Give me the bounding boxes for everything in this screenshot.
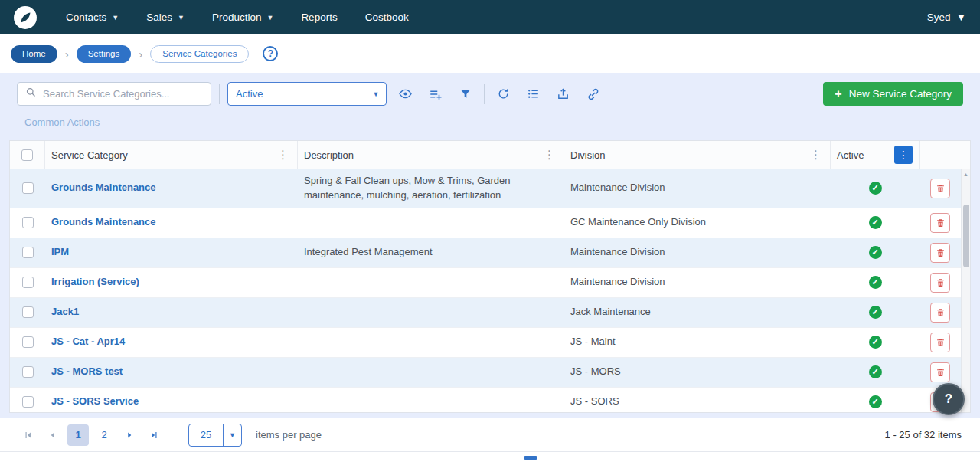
nav-item-costbook[interactable]: Costbook bbox=[365, 11, 409, 23]
help-fab-button[interactable]: ? bbox=[933, 383, 965, 415]
delete-button[interactable] bbox=[930, 362, 950, 382]
row-checkbox-cell bbox=[10, 298, 45, 327]
table-row: Irrigation (Service) Maintenance Divisio… bbox=[10, 268, 970, 298]
delete-button[interactable] bbox=[930, 179, 950, 198]
visibility-icon[interactable] bbox=[394, 83, 416, 105]
service-category-link[interactable]: JS - SORS Service bbox=[51, 395, 139, 409]
service-category-cell: JS - Cat - Apr14 bbox=[45, 328, 298, 357]
chevron-down-icon: ▼ bbox=[366, 83, 386, 105]
active-check-icon: ✓ bbox=[869, 246, 882, 259]
export-icon[interactable] bbox=[552, 83, 574, 105]
chevron-down-icon: ▼ bbox=[178, 14, 185, 21]
breadcrumb-settings[interactable]: Settings bbox=[77, 45, 132, 63]
service-category-link[interactable]: IPM bbox=[51, 245, 69, 260]
refresh-icon[interactable] bbox=[492, 83, 514, 105]
description-cell bbox=[298, 298, 564, 327]
delete-button[interactable] bbox=[930, 273, 950, 293]
user-menu[interactable]: Syed ▼ bbox=[927, 11, 966, 23]
chevron-down-icon: ▼ bbox=[956, 11, 966, 23]
delete-button[interactable] bbox=[930, 243, 950, 263]
actions-cell bbox=[920, 238, 961, 267]
manage-columns-icon[interactable] bbox=[424, 83, 446, 105]
column-menu-icon[interactable]: ⋮ bbox=[808, 148, 824, 162]
next-page-button[interactable] bbox=[119, 425, 139, 445]
row-checkbox[interactable] bbox=[22, 277, 34, 288]
search-input[interactable] bbox=[43, 88, 203, 100]
row-checkbox[interactable] bbox=[22, 247, 34, 258]
column-header-division: Division ⋮ bbox=[564, 141, 831, 169]
service-category-link[interactable]: JS - Cat - Apr14 bbox=[51, 335, 125, 349]
last-page-button[interactable] bbox=[144, 425, 164, 445]
service-category-link[interactable]: Grounds Maintenance bbox=[51, 181, 156, 195]
row-checkbox[interactable] bbox=[22, 306, 34, 318]
row-checkbox[interactable] bbox=[22, 217, 34, 228]
status-filter-select[interactable]: Active ▼ bbox=[227, 82, 387, 106]
service-category-link[interactable]: JS - MORS test bbox=[51, 365, 122, 379]
chevron-down-icon: ▼ bbox=[266, 14, 273, 21]
active-cell: ✓ bbox=[831, 328, 920, 357]
description-cell bbox=[298, 358, 564, 387]
row-checkbox-cell bbox=[10, 169, 45, 208]
service-category-link[interactable]: Grounds Maintenance bbox=[51, 215, 156, 230]
horizontal-scrollbar-thumb[interactable] bbox=[524, 456, 537, 460]
column-menu-icon-active[interactable]: ⋮ bbox=[894, 146, 913, 164]
breadcrumb-home[interactable]: Home bbox=[11, 45, 57, 63]
page-size-select[interactable]: 25 ▼ bbox=[188, 424, 242, 447]
column-header-actions bbox=[920, 141, 961, 169]
active-cell: ✓ bbox=[831, 238, 920, 267]
list-view-icon[interactable] bbox=[522, 83, 544, 105]
first-page-button[interactable] bbox=[18, 425, 38, 445]
page-number-1[interactable]: 1 bbox=[67, 424, 89, 446]
scroll-up-icon[interactable]: ▲ bbox=[962, 169, 970, 177]
brand-logo[interactable] bbox=[14, 6, 37, 29]
description-cell bbox=[298, 208, 564, 238]
common-actions-link[interactable]: Common Actions bbox=[24, 116, 100, 128]
nav-item-sales[interactable]: Sales ▼ bbox=[146, 11, 185, 23]
delete-button[interactable] bbox=[930, 303, 950, 323]
filter-icon[interactable] bbox=[454, 83, 476, 105]
column-menu-icon[interactable]: ⋮ bbox=[275, 148, 291, 162]
page-number-2[interactable]: 2 bbox=[93, 424, 115, 446]
scrollbar-thumb[interactable] bbox=[963, 205, 969, 267]
table-row: JS - SORS Service JS - SORS ✓ bbox=[10, 388, 970, 413]
chevron-down-icon: ▼ bbox=[112, 14, 119, 21]
nav-item-production[interactable]: Production ▼ bbox=[212, 11, 273, 23]
delete-button[interactable] bbox=[930, 333, 950, 352]
top-nav: Contacts ▼ Sales ▼ Production ▼ Reports … bbox=[0, 0, 980, 34]
table-row: JS - Cat - Apr14 JS - Maint ✓ bbox=[10, 328, 970, 358]
link-icon[interactable] bbox=[582, 83, 604, 105]
delete-button[interactable] bbox=[930, 213, 950, 233]
breadcrumb-separator-icon: › bbox=[139, 48, 142, 61]
previous-page-button[interactable] bbox=[43, 425, 63, 445]
row-checkbox[interactable] bbox=[22, 336, 34, 348]
pagination-range-label: 1 - 25 of 32 items bbox=[885, 429, 962, 441]
active-check-icon: ✓ bbox=[869, 395, 882, 408]
column-header-description: Description ⋮ bbox=[298, 141, 564, 169]
row-checkbox[interactable] bbox=[22, 182, 34, 194]
description-cell bbox=[298, 328, 564, 357]
toolbar-divider bbox=[484, 84, 485, 104]
service-category-link[interactable]: Irrigation (Service) bbox=[51, 275, 139, 290]
breadcrumb: Home › Settings › Service Categories ? bbox=[0, 34, 980, 73]
service-category-cell: Jack1 bbox=[45, 298, 298, 327]
search-icon bbox=[25, 87, 37, 101]
row-checkbox[interactable] bbox=[22, 396, 34, 408]
page-help-icon[interactable]: ? bbox=[263, 46, 278, 61]
service-category-link[interactable]: Jack1 bbox=[51, 305, 79, 319]
service-category-cell: JS - SORS Service bbox=[45, 388, 298, 413]
vertical-scrollbar[interactable]: ▲ bbox=[961, 169, 970, 412]
table-header: Service Category ⋮ Description ⋮ Divisio… bbox=[10, 141, 970, 169]
nav-item-reports[interactable]: Reports bbox=[301, 11, 337, 23]
chevron-down-icon: ▼ bbox=[223, 424, 241, 446]
select-all-checkbox[interactable] bbox=[21, 149, 33, 161]
division-cell: GC Maintenance Only Division bbox=[564, 208, 831, 238]
column-header-service-category: Service Category ⋮ bbox=[45, 141, 298, 169]
row-checkbox[interactable] bbox=[22, 366, 34, 378]
new-service-category-button[interactable]: + New Service Category bbox=[823, 82, 963, 106]
horizontal-scrollbar[interactable] bbox=[0, 451, 980, 462]
breadcrumb-current-page: Service Categories bbox=[150, 45, 249, 63]
service-categories-table: Service Category ⋮ Description ⋮ Divisio… bbox=[9, 140, 971, 413]
nav-item-contacts[interactable]: Contacts ▼ bbox=[66, 11, 119, 23]
service-category-cell: Irrigation (Service) bbox=[45, 268, 298, 297]
column-menu-icon[interactable]: ⋮ bbox=[541, 148, 557, 162]
